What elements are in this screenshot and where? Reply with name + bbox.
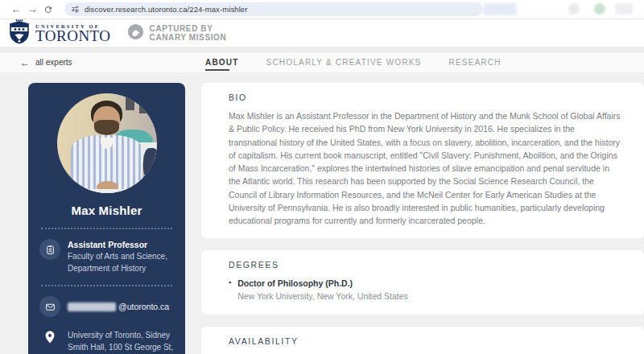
active-tab-underline bbox=[205, 69, 229, 71]
tabs: ABOUT SCHOLARLY & CREATIVE WORKS RESEARC… bbox=[205, 52, 502, 72]
role-line1: Faculty of Arts and Science, bbox=[68, 251, 167, 263]
degrees-section-title: DEGREES bbox=[229, 260, 623, 270]
tab-about[interactable]: ABOUT bbox=[205, 52, 239, 72]
uoft-crest-icon bbox=[8, 19, 31, 47]
degrees-list: ▪ Doctor of Philosophy (Ph.D.) New York … bbox=[229, 277, 623, 303]
degree-institution: New York University, New York, United St… bbox=[237, 290, 408, 303]
site-header: UNIVERSITY OF TORONTO CAPTURED BY CANARY… bbox=[0, 19, 644, 47]
captured-line2: CANARY MISSION bbox=[150, 33, 227, 43]
captured-badge: CAPTURED BY CANARY MISSION bbox=[127, 23, 227, 43]
email-domain: @utoronto.ca bbox=[118, 302, 169, 311]
profile-photo bbox=[57, 93, 157, 193]
blurred-profile-avatar bbox=[594, 3, 605, 14]
tab-research-label: RESEARCH bbox=[448, 58, 501, 67]
photo-person-beard bbox=[94, 120, 119, 135]
profile-tab-bar: ← all experts ABOUT SCHOLARLY & CREATIVE… bbox=[0, 52, 644, 72]
back-arrow-icon: ← bbox=[20, 57, 30, 68]
degrees-card: DEGREES ▪ Doctor of Philosophy (Ph.D.) N… bbox=[201, 250, 644, 315]
captured-line1: CAPTURED BY bbox=[150, 24, 227, 34]
bio-text: Max Mishler is an Assistant Professor in… bbox=[229, 109, 623, 227]
blurred-extension-icon bbox=[568, 3, 580, 14]
photo-background-window bbox=[139, 97, 148, 113]
role-title: Assistant Professor bbox=[68, 239, 167, 251]
photo-background-person bbox=[143, 148, 156, 180]
site-settings-icon[interactable] bbox=[71, 2, 80, 17]
bio-section-title: BIO bbox=[229, 93, 623, 102]
bio-card: BIO Max Mishler is an Assistant Professo… bbox=[201, 83, 644, 238]
id-badge-icon bbox=[39, 239, 60, 260]
blurred-browser-element bbox=[483, 3, 517, 15]
degree-item: ▪ Doctor of Philosophy (Ph.D.) New York … bbox=[229, 277, 623, 303]
logo-toronto: TORONTO bbox=[35, 29, 111, 43]
photo-table-edge bbox=[57, 189, 157, 193]
bullet-marker: ▪ bbox=[229, 277, 231, 303]
url-text: discover.research.utoronto.ca/224-max-mi… bbox=[85, 5, 248, 14]
canary-bird-icon bbox=[127, 23, 144, 43]
tab-scholarly-label: SCHOLARLY & CREATIVE WORKS bbox=[266, 58, 422, 67]
blurred-menu-icon bbox=[615, 3, 633, 14]
email-row: @utoronto.ca bbox=[28, 286, 185, 317]
browser-toolbar: ← → discover.research.utoronto.ca/224-ma… bbox=[0, 0, 644, 19]
email-text: @utoronto.ca bbox=[68, 302, 169, 311]
address-text: University of Toronto, Sidney Smith Hall… bbox=[68, 330, 174, 354]
role-line2: Department of History bbox=[68, 263, 167, 275]
availability-card: AVAILABILITY ▪ Masters Research or PhD s… bbox=[201, 327, 644, 354]
browser-reload-icon[interactable] bbox=[40, 5, 56, 14]
main-column: BIO Max Mishler is an Assistant Professo… bbox=[201, 83, 644, 354]
photo-background-window bbox=[126, 95, 134, 110]
redacted-email-username bbox=[68, 303, 116, 311]
page-content: Max Mishler Assistant Professor Faculty … bbox=[0, 72, 644, 354]
tab-scholarly-creative-works[interactable]: SCHOLARLY & CREATIVE WORKS bbox=[266, 52, 422, 72]
address-row: University of Toronto, Sidney Smith Hall… bbox=[28, 317, 185, 354]
availability-section-title: AVAILABILITY bbox=[229, 336, 623, 346]
captured-badge-text: CAPTURED BY CANARY MISSION bbox=[150, 24, 227, 43]
header-divider-band bbox=[0, 47, 644, 52]
role-row: Assistant Professor Faculty of Arts and … bbox=[28, 229, 185, 274]
role-text: Assistant Professor Faculty of Arts and … bbox=[68, 239, 167, 274]
back-to-all-experts-link[interactable]: ← all experts bbox=[20, 57, 72, 68]
email-icon bbox=[39, 296, 60, 317]
uoft-logotype[interactable]: UNIVERSITY OF TORONTO bbox=[35, 23, 111, 43]
tab-about-label: ABOUT bbox=[205, 58, 239, 67]
address-bar[interactable]: discover.research.utoronto.ca/224-max-mi… bbox=[64, 2, 483, 16]
degree-name: Doctor of Philosophy (Ph.D.) bbox=[237, 277, 408, 290]
browser-forward-icon[interactable]: → bbox=[24, 4, 40, 14]
location-pin-icon bbox=[39, 330, 60, 354]
profile-name: Max Mishler bbox=[28, 204, 185, 217]
browser-back-icon[interactable]: ← bbox=[8, 4, 24, 14]
back-link-label: all experts bbox=[35, 58, 72, 67]
profile-sidebar-card: Max Mishler Assistant Professor Faculty … bbox=[28, 83, 185, 354]
tab-research[interactable]: RESEARCH bbox=[448, 52, 501, 72]
